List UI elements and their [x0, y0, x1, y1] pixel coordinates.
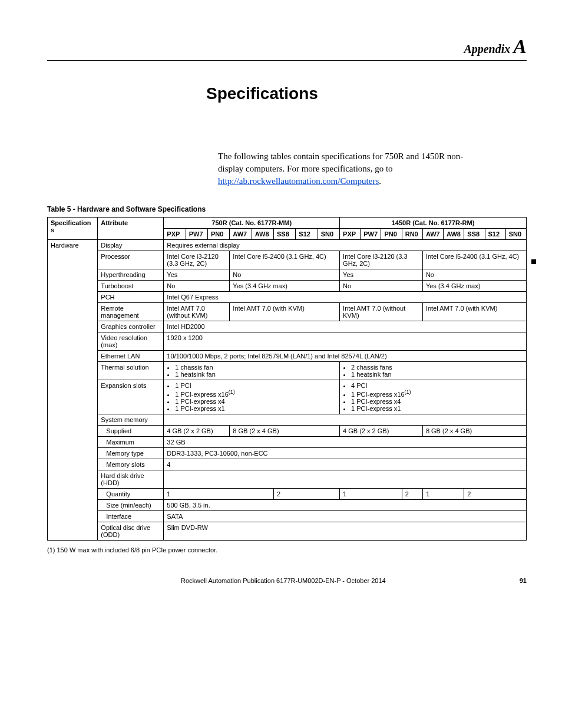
attr-max: Maximum [98, 436, 164, 447]
val-sup-d: 8 GB (2 x 4 GB) [422, 425, 526, 436]
val-qty-d: 2 [402, 488, 422, 499]
attr-size: Size (min/each) [98, 499, 164, 510]
horizontal-rule [47, 60, 527, 61]
row-size: Size (min/each) 500 GB, 3.5 in. [48, 499, 527, 510]
col-1450-0: PXP [340, 229, 361, 240]
list-item: 1 PCI-express x4 [351, 398, 523, 405]
attr-graphics: Graphics controller [98, 321, 164, 332]
row-pch: PCH Intel Q67 Express [48, 292, 527, 303]
page-title: Specifications [206, 84, 527, 103]
attr-hdd: Hard disk drive (HDD) [98, 470, 164, 488]
col-750-7: SN0 [318, 229, 339, 240]
row-sysmem: System memory [48, 414, 527, 425]
appendix-letter: A [513, 35, 527, 57]
val-exp-b: 4 PCI 1 PCI-express x16(1) 1 PCI-express… [340, 380, 527, 414]
val-sysmem-empty [164, 414, 527, 425]
attr-remote: Remote management [98, 303, 164, 321]
col-750-6: S12 [296, 229, 318, 240]
col-750-1: PW7 [186, 229, 207, 240]
col-attribute: Attribute [98, 218, 164, 240]
row-display: Hardware Display Requires external displ… [48, 240, 527, 251]
val-tb-a: No [164, 281, 230, 292]
col-1450-2: PN0 [381, 229, 402, 240]
col-1450-8: SN0 [505, 229, 526, 240]
val-qty-b: 2 [274, 488, 340, 499]
col-750-3: AW7 [230, 229, 252, 240]
col-1450-1: PW7 [361, 229, 381, 240]
val-qty-e: 1 [422, 488, 464, 499]
val-sup-c: 4 GB (2 x 2 GB) [340, 425, 423, 436]
cell-hardware-label: Hardware [48, 240, 98, 541]
val-remote-d: Intel AMT 7.0 (with KVM) [422, 303, 526, 321]
row-remote: Remote management Intel AMT 7.0 (without… [48, 303, 527, 321]
attr-qty: Quantity [98, 488, 164, 499]
intro-link[interactable]: http://ab.rockwellautomation.com/Compute… [218, 176, 379, 186]
val-sup-a: 4 GB (2 x 2 GB) [164, 425, 230, 436]
val-proc-c: Intel Core i3-2120 (3.3 GHz, 2C) [340, 251, 423, 269]
row-hdd: Hard disk drive (HDD) [48, 470, 527, 488]
row-hyperthreading: Hyperthreading Yes No Yes No [48, 269, 527, 281]
val-ht-c: Yes [340, 269, 423, 281]
val-proc-b: Intel Core i5-2400 (3.1 GHz, 4C) [230, 251, 340, 269]
val-pch: Intel Q67 Express [164, 292, 527, 303]
val-ht-a: Yes [164, 269, 230, 281]
table-caption: Table 5 - Hardware and Software Specific… [47, 205, 527, 213]
val-display: Requires external display [164, 240, 527, 251]
row-memtype: Memory type DDR3-1333, PC3-10600, non-EC… [48, 447, 527, 459]
col-750-4: AW8 [252, 229, 273, 240]
row-quantity: Quantity 1 2 1 2 1 2 [48, 488, 527, 499]
col-1450-5: AW8 [444, 229, 464, 240]
group-header-750r: 750R (Cat. No. 6177R-MM) [164, 218, 340, 229]
val-remote-b: Intel AMT 7.0 (with KVM) [230, 303, 340, 321]
footnote-marker: (1) [405, 389, 411, 395]
attr-sysmem: System memory [98, 414, 164, 425]
attr-videores: Video resolution (max) [98, 332, 164, 351]
val-tb-d: Yes (3.4 GHz max) [422, 281, 526, 292]
intro-paragraph: The following tables contain specificati… [218, 150, 474, 187]
attr-memslots: Memory slots [98, 459, 164, 470]
val-remote-a: Intel AMT 7.0 (without KVM) [164, 303, 230, 321]
list-item: 4 PCI [351, 382, 523, 389]
attr-display: Display [98, 240, 164, 251]
attr-odd: Optical disc drive (ODD) [98, 522, 164, 540]
val-thermal-b: 2 chassis fans 1 heatsink fan [340, 362, 527, 380]
list-item: 1 heatsink fan [351, 371, 523, 378]
val-remote-c: Intel AMT 7.0 (without KVM) [340, 303, 423, 321]
row-memslots: Memory slots 4 [48, 459, 527, 470]
col-1450-6: SS8 [464, 229, 485, 240]
spec-table: Specifications Attribute 750R (Cat. No. … [47, 217, 527, 541]
table-footnote: (1) 150 W max with included 6/8 pin PCIe… [47, 546, 527, 554]
col-750-2: PN0 [208, 229, 230, 240]
val-thermal-a: 1 chassis fan 1 heatsink fan [164, 362, 340, 380]
col-750-5: SS8 [274, 229, 296, 240]
val-ht-d: No [422, 269, 526, 281]
val-memtype: DDR3-1333, PC3-10600, non-ECC [164, 447, 527, 459]
attr-memtype: Memory type [98, 447, 164, 459]
val-exp-a: 1 PCI 1 PCI-express x16(1) 1 PCI-express… [164, 380, 340, 414]
val-tb-b: Yes (3.4 GHz max) [230, 281, 340, 292]
row-processor: Processor Intel Core i3-2120 (3.3 GHz, 2… [48, 251, 527, 269]
col-1450-4: AW7 [422, 229, 443, 240]
val-tb-c: No [340, 281, 423, 292]
list-item: 1 chassis fan [175, 364, 336, 371]
val-memslots: 4 [164, 459, 527, 470]
attr-iface: Interface [98, 510, 164, 522]
row-videores: Video resolution (max) 1920 x 1200 [48, 332, 527, 351]
val-qty-c: 1 [340, 488, 402, 499]
val-proc-d: Intel Core i5-2400 (3.1 GHz, 4C) [422, 251, 526, 269]
intro-text: The following tables contain specificati… [218, 151, 463, 173]
attr-thermal: Thermal solution [98, 362, 164, 380]
row-maximum: Maximum 32 GB [48, 436, 527, 447]
row-ethernet: Ethernet LAN 10/100/1000 Mbps, 2 ports; … [48, 351, 527, 362]
val-iface: SATA [164, 510, 527, 522]
list-item: 1 PCI-express x4 [175, 398, 336, 405]
col-1450-3: RN0 [402, 229, 422, 240]
appendix-label: Appendix [464, 42, 510, 55]
val-qty-f: 2 [464, 488, 527, 499]
val-sup-b: 8 GB (2 x 4 GB) [230, 425, 340, 436]
col-750-0: PXP [164, 229, 186, 240]
row-graphics: Graphics controller Intel HD2000 [48, 321, 527, 332]
attr-ht: Hyperthreading [98, 269, 164, 281]
footer-page-number: 91 [520, 577, 527, 584]
col-specifications: Specifications [48, 218, 98, 240]
